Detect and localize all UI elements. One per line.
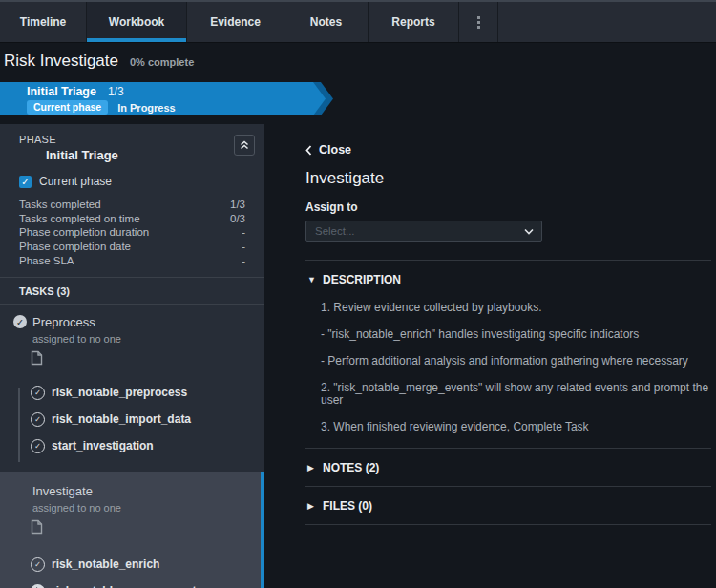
task-name: Investigate — [32, 484, 93, 498]
divider — [305, 524, 711, 525]
subtask-label: risk_notable_import_data — [52, 412, 191, 426]
phase-header: PHASE Initial Triage — [0, 124, 264, 162]
chevron-down-icon — [524, 228, 534, 235]
chevron-left-icon — [305, 145, 312, 156]
task-name: Preprocess — [32, 315, 95, 329]
subtask-list: ✓ risk_notable_preprocess ✓ risk_notable… — [13, 386, 264, 470]
select-placeholder: Select... — [315, 225, 355, 237]
phase-section-label: PHASE — [19, 134, 255, 145]
phase-banner-name: Initial Triage — [27, 85, 96, 98]
check-circle-icon: ✓ — [31, 386, 45, 400]
check-circle-icon: ✓ — [31, 557, 45, 572]
stat-label: Tasks completed on time — [19, 212, 140, 226]
close-button[interactable]: Close — [305, 143, 711, 157]
triangle-right-icon: ▶ — [307, 501, 319, 511]
assign-to-select[interactable]: Select... — [305, 220, 542, 242]
current-phase-checkbox[interactable]: ✓ — [19, 176, 32, 188]
triangle-down-icon: ▼ — [307, 275, 319, 284]
tab-timeline[interactable]: Timeline — [0, 2, 87, 42]
section-label: FILES (0) — [323, 499, 372, 513]
files-section-toggle[interactable]: ▶ FILES (0) — [305, 487, 711, 524]
description-line: - Perform additional analysis and inform… — [321, 355, 711, 368]
section-label: DESCRIPTION — [323, 273, 401, 286]
tab-label: Notes — [310, 15, 342, 29]
current-phase-checkbox-row: ✓ Current phase — [19, 175, 264, 188]
description-line: 3. When finished reviewing evidence, Com… — [321, 421, 711, 433]
subtask-label: risk_notable_enrich — [52, 557, 159, 571]
stat-row: Tasks completed on time0/3 — [19, 212, 245, 226]
notes-section-toggle[interactable]: ▶ NOTES (2) — [305, 449, 711, 486]
task-item-preprocess[interactable]: ✓ Preprocess assigned to no one ✓ risk_n… — [0, 304, 264, 470]
play-circle-icon — [31, 584, 45, 588]
phase-stats: Tasks completed1/3 Tasks completed on ti… — [19, 198, 245, 268]
description-section-toggle[interactable]: ▼ DESCRIPTION — [305, 261, 711, 298]
subtask-risk-notable-import-data[interactable]: ✓ risk_notable_import_data — [13, 412, 264, 427]
stat-label: Phase SLA — [19, 254, 74, 268]
stat-value: 1/3 — [230, 198, 245, 212]
tab-workbook[interactable]: Workbook — [87, 2, 187, 42]
check-circle-icon: ✓ — [31, 439, 45, 453]
check-circle-filled-icon: ✓ — [13, 315, 27, 328]
subtask-risk-notable-enrich[interactable]: ✓ risk_notable_enrich — [13, 557, 261, 572]
phase-name: Initial Triage — [46, 148, 255, 162]
tab-label: Reports — [391, 15, 434, 29]
collapse-panel-button[interactable] — [234, 135, 255, 156]
tab-reports[interactable]: Reports — [369, 2, 459, 42]
tasks-header: TASKS (3) — [0, 278, 264, 304]
workbook-header: Risk Investigate 0% complete — [4, 52, 194, 71]
task-assigned: assigned to no one — [32, 502, 261, 514]
current-phase-badge: Current phase — [27, 100, 108, 115]
phase-banner[interactable]: Initial Triage 1/3 Current phase In Prog… — [0, 82, 333, 116]
task-item-investigate[interactable]: Investigate assigned to no one ✓ risk_no… — [0, 472, 264, 588]
description-line: 1. Review evidence collected by playbook… — [321, 302, 711, 314]
section-label: NOTES (2) — [323, 461, 379, 474]
checkbox-label: Current phase — [39, 175, 112, 188]
tab-notes[interactable]: Notes — [284, 2, 369, 42]
task-detail-title: Investigate — [305, 169, 711, 188]
tab-bar: Timeline Workbook Evidence Notes Reports — [0, 0, 716, 43]
stat-row: Phase completion date- — [19, 240, 245, 254]
subtask-risk-notable-merge-events[interactable]: risk_notable_merge_events — [13, 584, 261, 588]
subtask-risk-notable-preprocess[interactable]: ✓ risk_notable_preprocess — [13, 386, 264, 400]
subtask-label: risk_notable_merge_events — [52, 584, 202, 588]
stat-label: Tasks completed — [19, 198, 101, 212]
task-detail-panel: Close Investigate Assign to Select... ▼ … — [305, 124, 711, 525]
stat-label: Phase completion duration — [19, 225, 149, 240]
assign-to-label: Assign to — [305, 200, 711, 214]
stat-row: Phase completion duration- — [19, 225, 245, 240]
triangle-right-icon: ▶ — [307, 463, 319, 472]
phase-banner-body: Initial Triage 1/3 Current phase In Prog… — [0, 82, 326, 116]
stat-row: Tasks completed1/3 — [19, 198, 245, 212]
stat-value: - — [242, 225, 245, 240]
progress-text: 0% complete — [130, 56, 194, 68]
overflow-menu-button[interactable] — [459, 2, 498, 42]
stat-value: - — [242, 240, 245, 254]
description-content: 1. Review evidence collected by playbook… — [321, 302, 711, 433]
phase-panel: PHASE Initial Triage ✓ Current phase Tas… — [0, 124, 264, 588]
phase-banner-count: 1/3 — [108, 85, 124, 98]
subtask-label: start_investigation — [52, 439, 154, 452]
tab-label: Timeline — [20, 15, 66, 29]
subtask-start-investigation[interactable]: ✓ start_investigation — [13, 439, 264, 453]
page-title: Risk Investigate — [4, 52, 118, 71]
kebab-vertical-icon — [477, 16, 480, 29]
subtask-list: ✓ risk_notable_enrich risk_notable_merge… — [13, 557, 261, 588]
description-line: - "risk_notable_enrich" handles investig… — [321, 328, 711, 341]
tab-label: Evidence — [210, 15, 261, 29]
tab-evidence[interactable]: Evidence — [187, 2, 284, 42]
tab-label: Workbook — [109, 15, 164, 29]
check-circle-icon: ✓ — [31, 412, 45, 427]
stat-row: Phase SLA- — [19, 254, 245, 268]
close-label: Close — [319, 143, 351, 157]
description-line: 2. "risk_notable_merge_events" will show… — [321, 382, 711, 407]
phase-status: In Progress — [117, 102, 176, 114]
document-icon[interactable] — [31, 350, 264, 366]
subtask-label: risk_notable_preprocess — [52, 386, 187, 399]
stat-label: Phase completion date — [19, 240, 131, 254]
stat-value: - — [242, 254, 245, 268]
double-chevron-up-icon — [239, 139, 250, 151]
stat-value: 0/3 — [230, 212, 245, 226]
document-icon[interactable] — [31, 519, 261, 535]
task-assigned: assigned to no one — [32, 333, 264, 345]
